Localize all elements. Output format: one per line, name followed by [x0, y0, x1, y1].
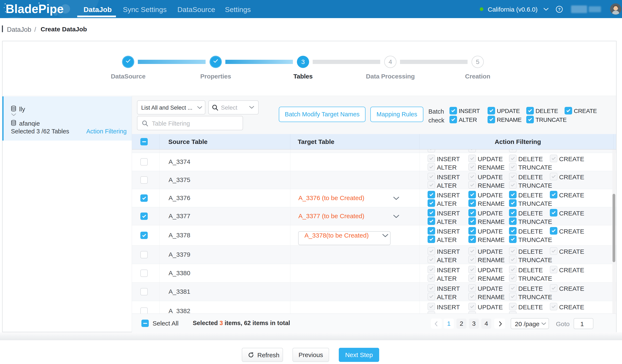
svg-text:?: ?	[558, 7, 561, 12]
